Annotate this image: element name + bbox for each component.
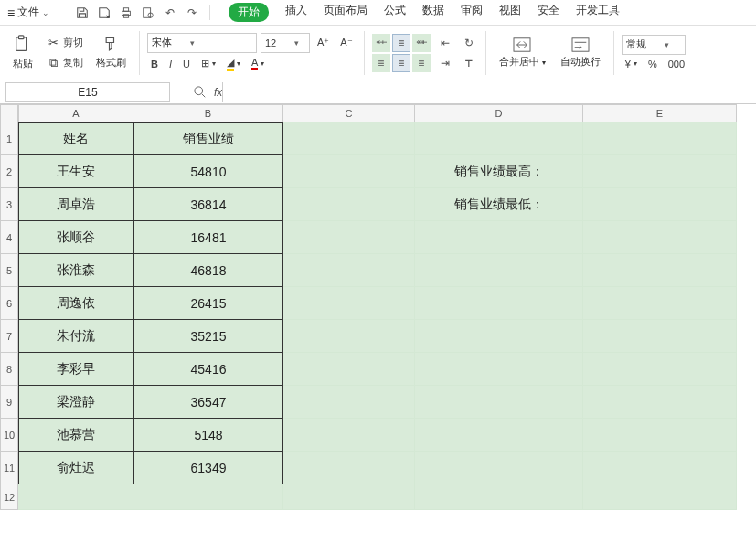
cell[interactable] (283, 419, 415, 452)
cell[interactable] (283, 452, 415, 484)
decrease-font-button[interactable]: A⁻ (336, 35, 356, 50)
font-name-select[interactable]: 宋体▾ (147, 33, 257, 53)
cell[interactable]: 朱付流 (18, 320, 133, 353)
fill-color-button[interactable]: ◢▾ (223, 55, 244, 73)
row-header[interactable]: 12 (0, 484, 18, 510)
underline-button[interactable]: U (179, 57, 194, 71)
cell[interactable]: 销售业绩最低： (415, 188, 583, 221)
font-size-select[interactable]: 12▾ (261, 33, 310, 53)
name-box[interactable]: E15 (5, 82, 170, 102)
cell[interactable] (415, 353, 583, 386)
save-icon[interactable] (74, 5, 91, 21)
cell[interactable] (583, 287, 737, 320)
redo-icon[interactable]: ↷ (184, 5, 200, 21)
undo-icon[interactable]: ↶ (162, 5, 178, 21)
align-bottom-button[interactable]: ⬵ (412, 34, 431, 52)
cell[interactable]: 池慕营 (18, 419, 133, 452)
cell[interactable] (415, 122, 583, 155)
font-color-button[interactable]: A▾ (248, 55, 268, 72)
tab-insert[interactable]: 插入 (285, 3, 307, 22)
print-icon[interactable] (118, 5, 134, 21)
cell[interactable]: 王生安 (18, 155, 133, 188)
cell[interactable] (283, 188, 415, 221)
italic-button[interactable]: I (165, 57, 176, 71)
fx-icon[interactable]: fx (214, 86, 222, 99)
tab-view[interactable]: 视图 (499, 3, 521, 22)
row-header[interactable]: 5 (0, 254, 18, 287)
file-menu[interactable]: ≡ 文件 ⌄ (7, 5, 49, 20)
align-center-button[interactable]: ≡ (392, 54, 410, 72)
row-header[interactable]: 3 (0, 188, 18, 221)
row-header[interactable]: 6 (0, 287, 18, 320)
col-header-c[interactable]: C (283, 104, 415, 122)
cell[interactable]: 36814 (133, 188, 283, 221)
col-header-e[interactable]: E (583, 104, 737, 122)
cell[interactable] (583, 122, 737, 155)
formula-input[interactable] (222, 82, 756, 102)
align-top-button[interactable]: ⬴ (372, 34, 390, 52)
text-direction-button[interactable]: ₸ (460, 54, 478, 72)
cell[interactable] (283, 353, 415, 386)
cell[interactable]: 周卓浩 (18, 188, 133, 221)
cell[interactable] (415, 386, 583, 419)
cell[interactable] (583, 221, 737, 254)
orientation-button[interactable]: ↻ (460, 34, 478, 52)
bold-button[interactable]: B (147, 57, 162, 71)
cell[interactable]: 张顺谷 (18, 221, 133, 254)
cell[interactable] (415, 320, 583, 353)
cut-button[interactable]: ✂ 剪切 (42, 34, 87, 52)
select-all-corner[interactable] (0, 104, 18, 122)
print-preview-icon[interactable] (140, 5, 156, 21)
row-header[interactable]: 2 (0, 155, 18, 188)
tab-data[interactable]: 数据 (422, 3, 444, 22)
cell[interactable]: 16481 (133, 221, 283, 254)
percent-button[interactable]: % (644, 57, 661, 71)
cell[interactable]: 61349 (133, 452, 283, 484)
zoom-icon[interactable] (194, 86, 207, 99)
cell[interactable] (283, 155, 415, 188)
cell[interactable] (133, 484, 283, 510)
row-header[interactable]: 7 (0, 320, 18, 353)
cell[interactable] (283, 221, 415, 254)
col-header-b[interactable]: B (133, 104, 283, 122)
increase-indent-button[interactable]: ⇥ (436, 54, 454, 72)
tab-review[interactable]: 审阅 (461, 3, 483, 22)
cell[interactable]: 张淮森 (18, 254, 133, 287)
row-header[interactable]: 8 (0, 353, 18, 386)
currency-button[interactable]: ¥▾ (622, 57, 641, 71)
align-right-button[interactable]: ≡ (412, 54, 431, 72)
cell[interactable] (283, 484, 415, 510)
cell[interactable]: 梁澄静 (18, 386, 133, 419)
cell[interactable] (283, 122, 415, 155)
col-header-d[interactable]: D (415, 104, 583, 122)
borders-button[interactable]: ⊞▾ (197, 56, 219, 71)
row-header[interactable]: 10 (0, 419, 18, 452)
cell[interactable] (283, 320, 415, 353)
merge-center-button[interactable]: 合并居中 ▾ (494, 35, 551, 70)
align-left-button[interactable]: ≡ (372, 54, 390, 72)
increase-font-button[interactable]: A⁺ (314, 35, 333, 50)
cell[interactable] (283, 386, 415, 419)
cell[interactable] (583, 419, 737, 452)
tab-start[interactable]: 开始 (229, 3, 269, 22)
cell[interactable] (583, 320, 737, 353)
copy-button[interactable]: ⧉ 复制 (42, 54, 87, 72)
cell[interactable] (283, 254, 415, 287)
tab-security[interactable]: 安全 (538, 3, 559, 22)
cell[interactable] (415, 254, 583, 287)
cell[interactable] (415, 484, 583, 510)
cell[interactable] (583, 353, 737, 386)
cell[interactable] (583, 254, 737, 287)
cell[interactable] (583, 155, 737, 188)
decrease-indent-button[interactable]: ⇤ (436, 34, 454, 52)
cell[interactable]: 36547 (133, 386, 283, 419)
cell[interactable]: 姓名 (18, 122, 133, 155)
cell[interactable] (583, 386, 737, 419)
cell[interactable] (583, 452, 737, 484)
cell[interactable]: 45416 (133, 353, 283, 386)
cell[interactable]: 周逸依 (18, 287, 133, 320)
save-as-icon[interactable] (96, 5, 112, 21)
tab-dev-tools[interactable]: 开发工具 (576, 3, 620, 22)
cell[interactable]: 54810 (133, 155, 283, 188)
row-header[interactable]: 4 (0, 221, 18, 254)
